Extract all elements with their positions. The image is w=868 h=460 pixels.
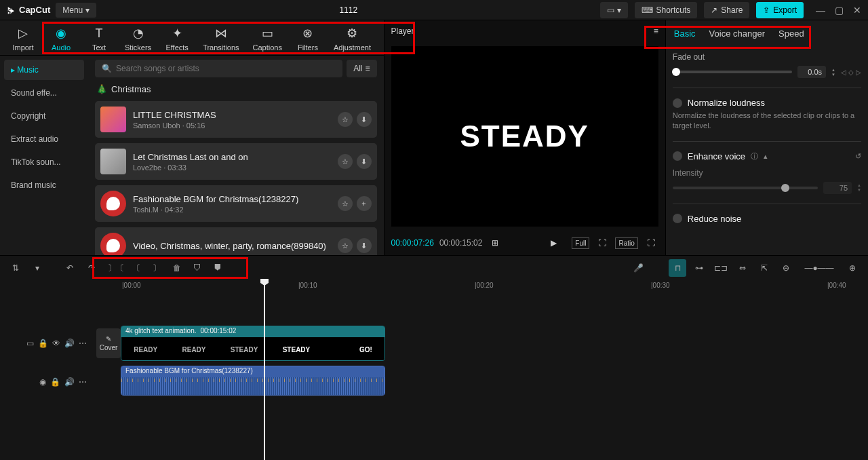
normalize-checkbox[interactable] <box>673 98 682 108</box>
add-icon[interactable]: + <box>357 196 372 211</box>
tab-stickers[interactable]: ◔Stickers <box>118 26 158 52</box>
align-icon[interactable]: ⇔ <box>734 259 751 277</box>
ratio-button[interactable]: Ratio <box>615 237 637 249</box>
favorite-icon[interactable]: ☆ <box>338 238 353 253</box>
visibility-icon[interactable]: 👁 <box>52 339 60 348</box>
tab-transitions[interactable]: ⋈Transitions <box>196 26 245 52</box>
zoom-in-icon[interactable]: ⊕ <box>844 259 861 277</box>
favorite-icon[interactable]: ☆ <box>338 196 353 211</box>
layout-button[interactable]: ▭ ▾ <box>600 2 627 18</box>
redo-icon[interactable]: ↷ <box>83 259 100 277</box>
search-input-wrapper[interactable]: 🔍 <box>95 60 342 77</box>
category-brand-music[interactable]: Brand music <box>4 175 84 195</box>
track-menu-icon[interactable]: ▭ <box>26 339 34 348</box>
fullscreen-icon[interactable]: ⛶ <box>644 235 658 250</box>
tab-captions[interactable]: ▭Captions <box>246 26 289 52</box>
track-item[interactable]: Let Christmas Last on and onLove2be · 03… <box>95 143 377 180</box>
enhance-checkbox[interactable] <box>673 151 682 161</box>
info-icon[interactable]: ⓘ <box>751 151 758 161</box>
fade-out-stepper[interactable]: ▲▼ <box>831 68 835 77</box>
sort-icon[interactable]: ⇅ <box>7 259 24 277</box>
intensity-value[interactable]: 75 <box>823 182 852 194</box>
play-icon[interactable]: ▶ <box>546 235 561 250</box>
tab-audio[interactable]: ◉Audio <box>42 26 80 52</box>
split-icon[interactable]: 〕〔 <box>107 259 125 277</box>
intensity-slider[interactable] <box>673 187 818 189</box>
grid-icon[interactable]: ⊞ <box>488 235 502 250</box>
full-button[interactable]: Full <box>572 237 589 249</box>
mute-icon[interactable]: 🔊 <box>64 339 75 348</box>
category-sound-effects[interactable]: Sound effe... <box>4 83 84 103</box>
preview-panel: Player ≡ STEADY 00:00:07:26 00:00:15:02 … <box>384 20 666 255</box>
shortcuts-button[interactable]: ⌨ Shortcuts <box>635 2 698 18</box>
favorite-icon[interactable]: ☆ <box>338 154 353 169</box>
tab-filters[interactable]: ⊗Filters <box>289 26 327 52</box>
maximize-icon[interactable]: ▢ <box>835 5 844 16</box>
shield-icon[interactable]: ⛊ <box>209 259 226 277</box>
inspector-tab-basic[interactable]: Basic <box>674 28 696 39</box>
panel-menu-icon[interactable]: ≡ <box>654 26 658 36</box>
tab-adjustment[interactable]: ⚙Adjustment <box>327 26 378 52</box>
reduce-noise-checkbox[interactable] <box>673 214 682 223</box>
undo-icon[interactable]: ↶ <box>61 259 79 277</box>
preview-canvas[interactable]: STEADY <box>391 46 658 227</box>
collapse-icon[interactable]: ▴ <box>764 152 768 161</box>
track-item[interactable]: Video, Christmas, winter, party, romance… <box>95 227 377 255</box>
timeline-ruler[interactable]: |00:00 |00:10 |00:20 |00:30 |00:40 <box>122 280 868 295</box>
inspector-tab-voice-changer[interactable]: Voice changer <box>709 28 765 39</box>
cover-button[interactable]: ✎ Cover <box>96 328 121 358</box>
chevron-down-icon[interactable]: ▾ <box>28 259 46 277</box>
close-icon[interactable]: ✕ <box>853 5 861 16</box>
filter-all-button[interactable]: All ≡ <box>347 60 376 77</box>
crop-icon[interactable]: ⛶ <box>595 235 610 250</box>
favorite-icon[interactable]: ☆ <box>338 112 353 127</box>
video-clip[interactable]: 4k glitch text animation.00:00:15:02 REA… <box>121 326 385 361</box>
tab-import[interactable]: ▷Import <box>4 26 42 52</box>
lock-icon[interactable]: 🔒 <box>38 339 48 348</box>
mute-icon[interactable]: 🔊 <box>64 377 75 387</box>
track-subtitle: Toshi.M · 04:32 <box>133 206 331 214</box>
delete-icon[interactable]: 🗑 <box>168 259 186 277</box>
playhead[interactable] <box>264 280 265 460</box>
export-button[interactable]: ⇪ Export <box>756 2 804 18</box>
category-extract-audio[interactable]: Extract audio <box>4 129 84 149</box>
download-icon[interactable]: ⬇ <box>357 112 372 127</box>
trim-left-icon[interactable]: 〔 <box>127 259 145 277</box>
track-item[interactable]: Fashionable BGM for Christmas(1238227)To… <box>95 185 377 222</box>
reset-icon[interactable]: ↺ <box>855 152 861 161</box>
menu-button[interactable]: Menu ▾ <box>56 3 96 18</box>
track-item[interactable]: LITTLE CHRISTMASSamson Uboh · 05:16 ☆⬇ <box>95 101 377 138</box>
share-button[interactable]: ↗ Share <box>704 2 749 18</box>
tab-text[interactable]: TText <box>80 26 118 52</box>
track-menu-icon[interactable]: ◉ <box>39 377 46 387</box>
fade-out-label: Fade out <box>673 52 861 62</box>
download-icon[interactable]: ⬇ <box>357 154 372 169</box>
shield-check-icon[interactable]: ⛉ <box>189 259 206 277</box>
category-tiktok-sound[interactable]: TikTok soun... <box>4 152 84 172</box>
tab-effects[interactable]: ✦Effects <box>158 26 196 52</box>
more-icon[interactable]: ⋯ <box>79 377 87 387</box>
download-icon[interactable]: ⬇ <box>357 238 372 253</box>
audio-clip[interactable]: Fashionable BGM for Christmas(1238227) <box>121 366 385 396</box>
lock-icon[interactable]: 🔒 <box>50 377 60 387</box>
category-copyright[interactable]: Copyright <box>4 106 84 126</box>
snap-icon[interactable]: ⊏⊐ <box>712 259 730 277</box>
mic-icon[interactable]: 🎤 <box>629 259 647 277</box>
link-icon[interactable]: ⊶ <box>690 259 708 277</box>
trim-right-icon[interactable]: 〕 <box>148 259 165 277</box>
intensity-stepper[interactable]: ▲▼ <box>857 183 861 192</box>
magnet-icon[interactable]: ⊓ <box>669 259 686 277</box>
zoom-slider[interactable]: —●—— <box>799 259 840 277</box>
intensity-label: Intensity <box>673 168 861 178</box>
filter-icon: ≡ <box>366 64 370 73</box>
keyframe-nav[interactable]: ◁◇▷ <box>841 69 861 76</box>
more-icon[interactable]: ⋯ <box>79 339 87 348</box>
minimize-icon[interactable]: — <box>816 5 825 16</box>
fade-out-value[interactable]: 0.0s <box>797 66 826 78</box>
export-clip-icon[interactable]: ⇱ <box>755 259 773 277</box>
fade-out-slider[interactable] <box>673 71 792 73</box>
zoom-out-icon[interactable]: ⊖ <box>777 259 795 277</box>
category-music[interactable]: ▸ Music <box>4 60 84 80</box>
inspector-tab-speed[interactable]: Speed <box>778 28 804 39</box>
search-input[interactable] <box>116 64 336 73</box>
